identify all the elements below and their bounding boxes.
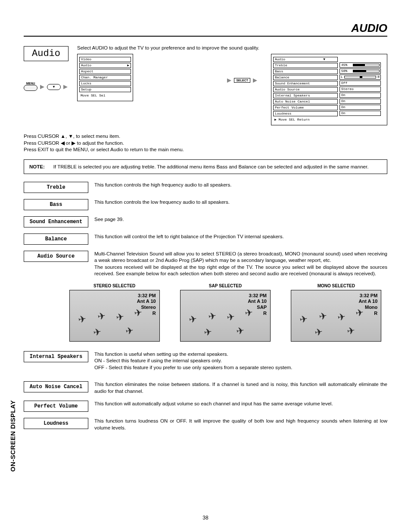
plane-icon: ✈ xyxy=(134,307,143,319)
value-source: Stereo xyxy=(339,87,381,92)
def-anc-label: Auto Noise Cancel xyxy=(24,381,88,392)
arrow-right-icon xyxy=(253,78,257,83)
def-balance-text: This function will control the left to r… xyxy=(94,233,387,240)
audio-menu-title: Audio▼ xyxy=(273,57,338,62)
audio-item-treble: Treble xyxy=(273,63,338,68)
screen-sap: 3:32 PM Ant A 10 SAP R ✈ ✈ ✈ ✈ ✈ ✈ xyxy=(180,290,271,342)
audio-item-sound-enh: Sound Enhancement xyxy=(273,81,338,86)
value-sound-enh: Off xyxy=(339,81,381,86)
intro-text: Select AUDIO to adjust the TV to your pr… xyxy=(77,45,387,50)
osd-audio-menu: Audio▼ Treble Bass Balance Sound Enhance… xyxy=(271,54,387,125)
def-internal-text: This function is useful when setting up … xyxy=(94,351,387,371)
menu-item-aspect: Aspect xyxy=(79,69,131,74)
audio-item-bass: Bass xyxy=(273,69,338,74)
plane-icon: ✈ xyxy=(115,311,125,324)
value-internal: On xyxy=(339,93,381,98)
def-perfect-text: This function will automatically adjust … xyxy=(94,401,387,408)
top-diagram: Audio MENU ▼ Select AUDIO to adjust the … xyxy=(24,45,387,125)
audio-item-anc: Auto Noise Cancel xyxy=(273,99,338,104)
audio-item-internal: Internal Speakers xyxy=(273,93,338,98)
osd-main-menu: Video Audio Aspect Chan. Manager Locks S… xyxy=(77,54,133,101)
plane-icon: ✈ xyxy=(125,325,134,337)
note-label: NOTE: xyxy=(29,164,45,169)
plane-icon: ✈ xyxy=(97,310,106,323)
plane-icon: ✈ xyxy=(226,311,236,324)
audio-item-loudness: Loudness xyxy=(273,111,338,116)
def-bass-label: Bass xyxy=(24,199,88,210)
menu-button-icon xyxy=(24,85,37,91)
def-loudness-text: This function turns loudness ON or OFF. … xyxy=(94,418,387,431)
value-anc: On xyxy=(339,99,381,104)
arrow-right-icon xyxy=(227,78,231,83)
screen-sap-title: SAP SELECTED xyxy=(180,283,271,288)
note-box: NOTE: If TREBLE is selected you are adju… xyxy=(24,159,387,174)
audio-section-button: Audio xyxy=(24,46,68,61)
value-balance: L R xyxy=(339,75,381,80)
plane-icon: ✈ xyxy=(93,326,102,339)
def-internal-label: Internal Speakers xyxy=(24,351,88,362)
def-audio-source-label: Audio Source xyxy=(24,251,88,262)
plane-icon: ✈ xyxy=(78,313,87,326)
arrow-right-icon xyxy=(40,85,44,89)
plane-icon: ✈ xyxy=(203,326,213,339)
plane-icon: ✈ xyxy=(236,325,245,337)
page-number: 38 xyxy=(0,515,411,521)
instruction-line: Press CURSOR ◀ or ▶ to adjust the functi… xyxy=(24,140,387,147)
page-title: AUDIO xyxy=(24,22,387,37)
value-loudness: On xyxy=(339,111,381,116)
arrow-right-icon xyxy=(63,85,68,89)
plane-icon: ✈ xyxy=(318,310,328,323)
value-perfect: On xyxy=(339,105,381,110)
def-audio-source-text: Multi-Channel Television Sound will allo… xyxy=(94,251,387,277)
def-perfect-label: Perfect Volume xyxy=(24,401,88,412)
menu-item-locks: Locks xyxy=(79,81,131,86)
menu-label: MENU xyxy=(24,82,37,85)
def-treble-text: This function controls the high frequenc… xyxy=(94,182,387,189)
def-balance-label: Balance xyxy=(24,233,88,245)
plane-icon: ✈ xyxy=(188,313,198,326)
page: AUDIO Audio MENU ▼ Select AUDIO to adjus… xyxy=(0,0,411,532)
audio-item-source: Audio Source xyxy=(273,87,338,92)
side-tab-label: ON-SCREEN DISPLAY xyxy=(9,400,16,472)
instruction-line: Press CURSOR ▲, ▼, to select menu item. xyxy=(24,133,387,140)
plane-icon: ✈ xyxy=(299,313,308,326)
instruction-line: Press EXIT to quit the MENU, or select A… xyxy=(24,146,387,153)
audio-menu-footer: ▶ Move SEL Return xyxy=(273,117,338,122)
menu-item-chan-manager: Chan. Manager xyxy=(79,75,131,80)
menu-footer: Move SEL Sel xyxy=(79,93,131,98)
plane-icon: ✈ xyxy=(346,325,356,337)
screen-mono: 3:32 PM Ant A 10 Mono R ✈ ✈ ✈ ✈ ✈ ✈ xyxy=(291,290,381,342)
value-treble: 45% xyxy=(339,62,381,68)
def-bass-text: This function controls the low frequency… xyxy=(94,199,387,206)
plane-icon: ✈ xyxy=(337,311,346,324)
note-text: If TREBLE is selected you are adjusting … xyxy=(53,164,369,169)
example-screens: STEREO SELECTED 3:32 PM Ant A 10 Stereo … xyxy=(63,283,387,342)
screen-stereo: 3:32 PM Ant A 10 Stereo R ✈ ✈ ✈ ✈ ✈ ✈ xyxy=(69,290,160,342)
def-treble-label: Treble xyxy=(24,182,88,193)
select-button-label: SELECT xyxy=(234,78,250,83)
menu-item-video: Video xyxy=(79,57,131,62)
plane-icon: ✈ xyxy=(208,310,217,323)
def-sound-enh-label: Sound Enhancement xyxy=(24,216,88,227)
screen-stereo-title: STEREO SELECTED xyxy=(69,283,160,288)
cursor-down-icon: ▼ xyxy=(47,84,61,90)
menu-item-audio: Audio xyxy=(79,63,131,68)
menu-item-setup: Setup xyxy=(79,87,131,92)
screen-mono-title: MONO SELECTED xyxy=(291,283,381,288)
audio-item-balance: Balance xyxy=(273,75,338,80)
value-bass: 50% xyxy=(339,68,381,74)
plane-icon: ✈ xyxy=(314,326,324,339)
def-sound-enh-text: See page 39. xyxy=(94,216,387,223)
audio-item-perfect: Perfect Volume xyxy=(273,105,338,110)
def-anc-text: This function eliminates the noise betwe… xyxy=(94,381,387,395)
def-loudness-label: Loudness xyxy=(24,418,88,429)
instructions: Press CURSOR ▲, ▼, to select menu item. … xyxy=(24,133,387,153)
